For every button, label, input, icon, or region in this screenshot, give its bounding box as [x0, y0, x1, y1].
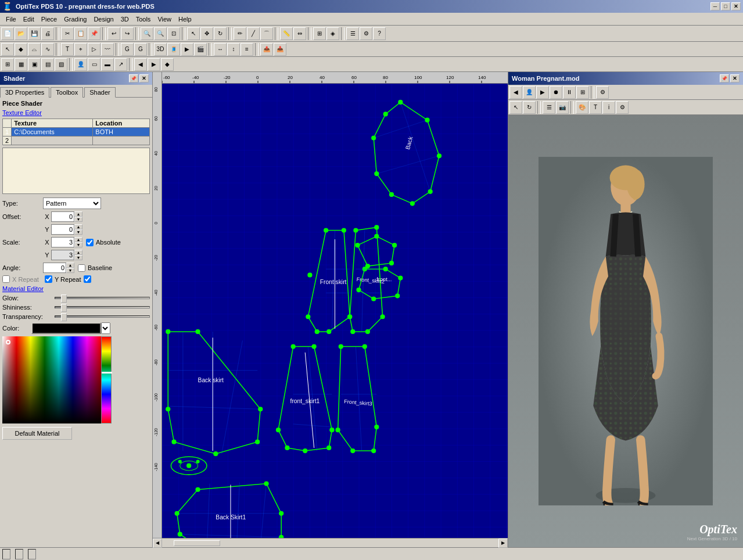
- texture-row-1[interactable]: 1 C:\Documents BOTH: [3, 128, 150, 137]
- 3d-rotate2-icon[interactable]: ↻: [523, 101, 536, 114]
- menu-3d[interactable]: 3D: [117, 15, 132, 24]
- shader-pin-button[interactable]: 📌: [129, 74, 138, 82]
- canvas-area[interactable]: -60 -40 -20 0 20 40 60 80: [153, 72, 508, 538]
- user-icon[interactable]: 👤: [74, 58, 87, 71]
- import-icon[interactable]: 📥: [274, 43, 286, 56]
- offset-x-up[interactable]: ▲: [74, 211, 82, 217]
- material-editor-link[interactable]: Material Editor: [2, 285, 150, 292]
- flip-h-icon[interactable]: ↔: [214, 43, 227, 56]
- grade-icon[interactable]: G: [121, 43, 134, 56]
- glow-slider[interactable]: [55, 297, 150, 299]
- shader-close-button[interactable]: ✕: [139, 74, 149, 82]
- angle-input[interactable]: [43, 263, 66, 273]
- grade2-icon[interactable]: G: [134, 43, 147, 56]
- mark-icon[interactable]: ◀: [134, 58, 147, 71]
- copy-icon[interactable]: 📋: [74, 27, 87, 40]
- scale-x-up[interactable]: ▲: [74, 237, 82, 242]
- text-icon[interactable]: T: [61, 43, 74, 56]
- 3d-layers-icon[interactable]: ☰: [543, 101, 555, 114]
- zoom-in-icon[interactable]: 🔍: [141, 27, 153, 40]
- redo-icon[interactable]: ↪: [121, 27, 134, 40]
- new-icon[interactable]: 📄: [1, 27, 14, 40]
- minimize-button[interactable]: ─: [710, 2, 720, 10]
- 3d-avatar-icon[interactable]: 👤: [523, 86, 536, 99]
- node-icon[interactable]: ◆: [15, 43, 27, 56]
- texture-editor-link[interactable]: Texture Editor: [2, 109, 150, 116]
- tab-3d-properties[interactable]: 3D Properties: [0, 87, 49, 98]
- offset-y-down[interactable]: ▼: [74, 229, 82, 235]
- notch-icon[interactable]: ⌖: [74, 43, 87, 56]
- scale-y-down[interactable]: ▼: [74, 255, 82, 260]
- scroll-right-button[interactable]: ▶: [498, 539, 508, 548]
- 3d-play-icon[interactable]: ▶: [536, 86, 549, 99]
- tab-shader[interactable]: Shader: [84, 87, 115, 98]
- angle-up[interactable]: ▲: [66, 263, 74, 268]
- mark3-icon[interactable]: ◆: [161, 58, 174, 71]
- grid-icon[interactable]: ⊞: [313, 27, 326, 40]
- layer-icon[interactable]: ☰: [346, 27, 359, 40]
- bezier-icon[interactable]: ∿: [41, 43, 54, 56]
- default-material-button[interactable]: Default Material: [2, 427, 72, 440]
- mirror-icon[interactable]: ⇔: [293, 27, 306, 40]
- offset-x-input[interactable]: [51, 211, 74, 222]
- menu-view[interactable]: View: [154, 15, 175, 24]
- seam-icon[interactable]: 〰: [101, 43, 114, 56]
- y-repeat-checkbox[interactable]: [45, 275, 52, 283]
- offset-x-down[interactable]: ▼: [74, 217, 82, 222]
- scale-x-down[interactable]: ▼: [74, 242, 82, 247]
- tab-toolbox[interactable]: Toolbox: [51, 87, 83, 98]
- simulate-icon[interactable]: ▶: [181, 43, 193, 56]
- offset-y-up[interactable]: ▲: [74, 224, 82, 229]
- undo-icon[interactable]: ↩: [107, 27, 120, 40]
- cut-icon[interactable]: ✂: [61, 27, 74, 40]
- select-icon[interactable]: ↖: [187, 27, 200, 40]
- zoom-out-icon[interactable]: 🔍: [154, 27, 167, 40]
- menu-piece[interactable]: Piece: [38, 15, 61, 24]
- flip-v-icon[interactable]: ↕: [227, 43, 240, 56]
- zoom-fit-icon[interactable]: ⊡: [167, 27, 180, 40]
- 3d-camera-icon[interactable]: 📷: [556, 101, 569, 114]
- scroll-thumb-h[interactable]: [174, 540, 220, 546]
- y-repeat2-checkbox[interactable]: [84, 275, 91, 283]
- table5-icon[interactable]: ▧: [55, 58, 67, 71]
- paste-icon[interactable]: 📌: [88, 27, 100, 40]
- menu-tools[interactable]: Tools: [132, 15, 155, 24]
- move-icon[interactable]: ✥: [200, 27, 213, 40]
- type-select[interactable]: Pattern Fabric Solid: [43, 198, 101, 209]
- 3d-pause-icon[interactable]: ⏸: [563, 86, 576, 99]
- piece2-icon[interactable]: ▭: [88, 58, 100, 71]
- measure-icon[interactable]: 📏: [280, 27, 293, 40]
- piece3-icon[interactable]: ▬: [101, 58, 114, 71]
- 3d-select-icon[interactable]: ↖: [509, 101, 522, 114]
- scroll-left-button[interactable]: ◀: [153, 539, 162, 548]
- select2-icon[interactable]: ↗: [114, 58, 127, 71]
- menu-design[interactable]: Design: [90, 15, 117, 24]
- menu-help[interactable]: Help: [175, 15, 195, 24]
- 3d-material2-icon[interactable]: 🎨: [576, 101, 588, 114]
- table-icon[interactable]: ⊞: [1, 58, 14, 71]
- 3d-back-icon[interactable]: ◀: [509, 86, 522, 99]
- table4-icon[interactable]: ▤: [41, 58, 54, 71]
- menu-file[interactable]: File: [2, 15, 20, 24]
- close-button[interactable]: ✕: [731, 2, 741, 10]
- fabric-icon[interactable]: 🧵: [167, 43, 180, 56]
- hue-bar[interactable]: [101, 336, 112, 423]
- dart-icon[interactable]: ▷: [88, 43, 100, 56]
- menu-edit[interactable]: Edit: [20, 15, 38, 24]
- animate-icon[interactable]: 🎬: [194, 43, 207, 56]
- 3d-gear2-icon[interactable]: ⚙: [616, 101, 629, 114]
- scale-x-input[interactable]: [51, 237, 74, 247]
- color-picker[interactable]: [2, 336, 119, 423]
- color-swatch[interactable]: [31, 322, 101, 334]
- scale-y-input[interactable]: [51, 250, 74, 260]
- table2-icon[interactable]: ▦: [15, 58, 27, 71]
- transparency-slider[interactable]: [55, 315, 150, 318]
- 3d-view-icon[interactable]: 3D: [154, 43, 167, 56]
- absolute-checkbox[interactable]: [86, 239, 94, 246]
- 3d-info-icon[interactable]: i: [602, 101, 615, 114]
- 3d-settings2-icon[interactable]: ⚙: [596, 86, 609, 99]
- snap-icon[interactable]: ◈: [326, 27, 339, 40]
- help-icon[interactable]: ?: [373, 27, 386, 40]
- baseline-checkbox[interactable]: [78, 264, 85, 272]
- save-icon[interactable]: 💾: [28, 27, 41, 40]
